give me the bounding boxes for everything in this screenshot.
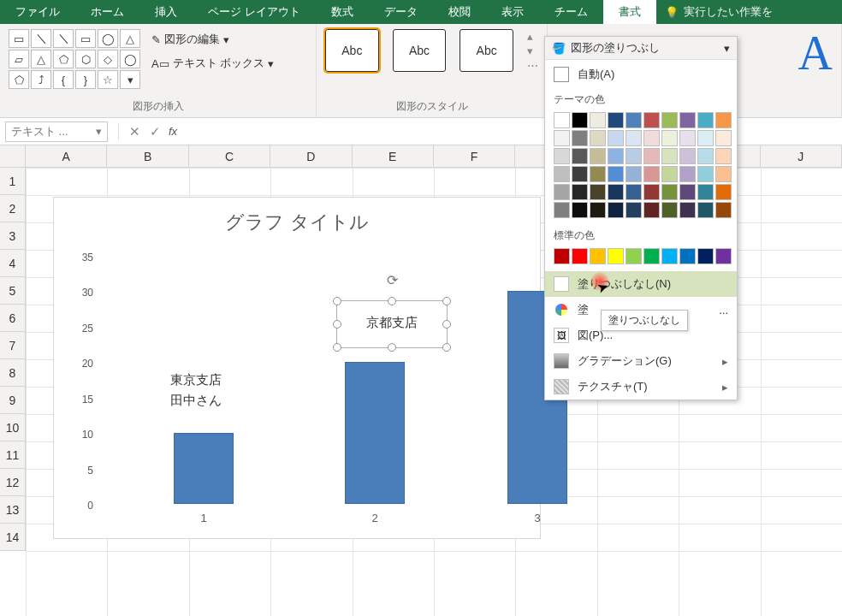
row-header[interactable]: 2 <box>0 195 26 222</box>
color-swatch[interactable] <box>715 112 732 128</box>
gradient-fill-item[interactable]: グラデーション(G) ▸ <box>545 348 737 374</box>
col-header[interactable]: B <box>107 145 188 167</box>
edit-shape-button[interactable]: ✎ 図形の編集 ▾ <box>145 29 280 50</box>
color-swatch[interactable] <box>608 130 624 146</box>
color-swatch[interactable] <box>697 130 714 146</box>
gallery-more-icon[interactable]: ⋯ <box>527 59 538 72</box>
color-swatch[interactable] <box>554 130 570 146</box>
shape-style-3[interactable]: Abc <box>460 29 513 72</box>
col-header[interactable]: C <box>189 145 270 167</box>
resize-handle[interactable] <box>333 343 341 352</box>
row-header[interactable]: 1 <box>0 168 26 195</box>
resize-handle[interactable] <box>333 297 341 305</box>
tell-me-search[interactable]: 💡 実行したい作業を <box>656 4 781 20</box>
color-swatch[interactable] <box>697 184 714 200</box>
color-swatch[interactable] <box>572 248 588 264</box>
color-swatch[interactable] <box>661 248 678 264</box>
tab-insert[interactable]: 挿入 <box>139 0 193 24</box>
color-swatch[interactable] <box>590 166 606 182</box>
resize-handle[interactable] <box>442 297 451 305</box>
color-swatch[interactable] <box>679 184 696 200</box>
textbox-button[interactable]: A▭ テキスト ボックス ▾ <box>145 53 280 74</box>
shapes-gallery[interactable]: ▭＼＼▭◯△ ▱△⬠⬡◇◯ ⬠⤴{}☆▾ <box>9 29 140 89</box>
chart-bar[interactable] <box>345 362 405 504</box>
color-swatch[interactable] <box>715 130 732 146</box>
no-fill-item[interactable]: 塗りつぶしなし(N) <box>545 271 737 297</box>
color-swatch[interactable] <box>697 148 714 164</box>
color-swatch[interactable] <box>697 202 714 218</box>
color-swatch[interactable] <box>679 130 696 146</box>
tab-review[interactable]: 校閲 <box>433 0 486 24</box>
row-header[interactable]: 14 <box>0 524 26 551</box>
color-swatch[interactable] <box>554 148 570 164</box>
color-swatch[interactable] <box>661 202 678 218</box>
row-header[interactable]: 11 <box>0 441 26 469</box>
color-swatch[interactable] <box>715 166 732 182</box>
col-header[interactable]: E <box>353 145 434 167</box>
color-swatch[interactable] <box>554 112 570 128</box>
color-swatch[interactable] <box>554 166 570 182</box>
fill-auto-item[interactable]: 自動(A) <box>545 60 737 89</box>
color-swatch[interactable] <box>661 130 678 146</box>
color-swatch[interactable] <box>643 202 660 218</box>
color-swatch[interactable] <box>643 148 660 164</box>
color-swatch[interactable] <box>626 184 642 200</box>
color-swatch[interactable] <box>715 202 732 218</box>
row-header[interactable]: 4 <box>0 250 26 277</box>
enter-icon[interactable]: ✓ <box>145 124 165 139</box>
color-swatch[interactable] <box>697 112 714 128</box>
color-swatch[interactable] <box>554 184 570 200</box>
color-swatch[interactable] <box>679 166 696 182</box>
color-swatch[interactable] <box>608 248 624 264</box>
tab-home[interactable]: ホーム <box>75 0 139 24</box>
tab-view[interactable]: 表示 <box>486 0 539 24</box>
col-header[interactable]: D <box>270 145 352 167</box>
color-swatch[interactable] <box>643 184 660 200</box>
name-box[interactable]: テキスト ... ▾ <box>5 121 108 142</box>
chart-title[interactable]: グラフ タイトル <box>54 210 540 235</box>
tab-pagelayout[interactable]: ページ レイアウト <box>193 0 316 24</box>
color-swatch[interactable] <box>626 148 642 164</box>
select-all-corner[interactable] <box>0 145 26 167</box>
chart-object[interactable]: グラフ タイトル 東京支店 田中さん ⟳ 京都支店 05101520253035… <box>53 197 541 539</box>
color-swatch[interactable] <box>715 148 732 164</box>
color-swatch[interactable] <box>679 148 696 164</box>
tab-formulas[interactable]: 数式 <box>316 0 369 24</box>
resize-handle[interactable] <box>442 320 451 329</box>
resize-handle[interactable] <box>442 343 451 352</box>
color-swatch[interactable] <box>554 202 570 218</box>
color-swatch[interactable] <box>661 112 678 128</box>
rotate-handle-icon[interactable]: ⟳ <box>387 272 398 288</box>
col-header[interactable]: J <box>761 145 842 167</box>
row-header[interactable]: 12 <box>0 469 26 496</box>
shape-style-1[interactable]: Abc <box>325 29 379 72</box>
chart-bar[interactable] <box>174 433 234 504</box>
color-swatch[interactable] <box>590 148 606 164</box>
color-swatch[interactable] <box>590 248 606 264</box>
color-swatch[interactable] <box>554 248 570 264</box>
color-swatch[interactable] <box>643 130 660 146</box>
color-swatch[interactable] <box>679 202 696 218</box>
color-swatch[interactable] <box>572 166 588 182</box>
color-swatch[interactable] <box>572 202 588 218</box>
color-swatch[interactable] <box>715 248 732 264</box>
resize-handle[interactable] <box>388 343 396 352</box>
row-header[interactable]: 10 <box>0 414 26 441</box>
color-swatch[interactable] <box>608 148 624 164</box>
tab-file[interactable]: ファイル <box>0 0 75 24</box>
color-swatch[interactable] <box>608 202 624 218</box>
row-header[interactable]: 13 <box>0 496 26 524</box>
shape-style-2[interactable]: Abc <box>393 29 447 72</box>
row-header[interactable]: 8 <box>0 359 26 387</box>
color-swatch[interactable] <box>608 184 624 200</box>
row-header[interactable]: 9 <box>0 387 26 414</box>
row-header[interactable]: 5 <box>0 277 26 305</box>
color-swatch[interactable] <box>661 166 678 182</box>
tab-data[interactable]: データ <box>369 0 433 24</box>
color-swatch[interactable] <box>697 248 714 264</box>
color-swatch[interactable] <box>572 148 588 164</box>
color-swatch[interactable] <box>626 112 642 128</box>
color-swatch[interactable] <box>590 184 606 200</box>
color-swatch[interactable] <box>643 166 660 182</box>
color-swatch[interactable] <box>679 112 696 128</box>
